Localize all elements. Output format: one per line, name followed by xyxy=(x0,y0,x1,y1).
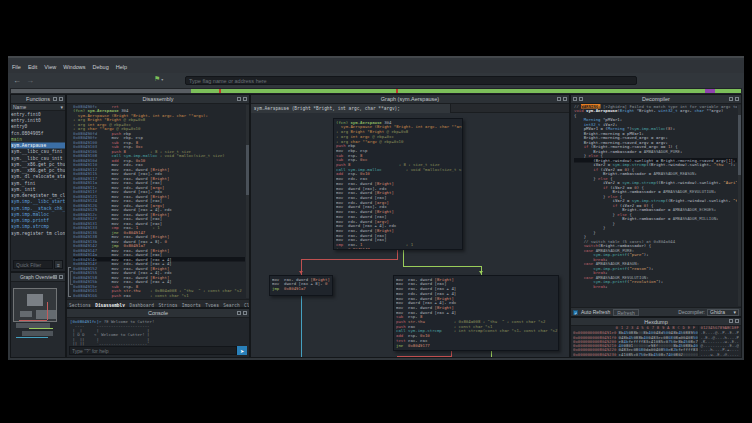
float-icon[interactable] xyxy=(53,275,57,279)
console-panel: Console [0x080491fc]> ?E Welcome to Cutt… xyxy=(66,308,250,358)
tab[interactable]: Dashboard xyxy=(129,302,153,308)
menu-debug[interactable]: Debug xyxy=(93,64,109,70)
tab[interactable]: Strings xyxy=(158,302,177,308)
close-icon[interactable] xyxy=(563,97,567,101)
decompiler-code[interactable]: // WARNING: [r2ghidra] Failed to match t… xyxy=(574,104,737,309)
close-icon[interactable] xyxy=(243,311,247,315)
panel-title-text: Graph (sym.Aerspause) xyxy=(381,96,439,102)
console-output: [0x080491fc]> ?E Welcome to Cutter! .--.… xyxy=(70,319,246,347)
menu-view[interactable]: View xyxy=(44,64,56,70)
function-list-item[interactable]: sym.__libc_csu_fini xyxy=(11,149,65,155)
functions-name-header[interactable]: Name ▾ xyxy=(11,104,65,111)
console-input[interactable] xyxy=(69,346,237,355)
decompiler-scrollbar[interactable] xyxy=(738,105,741,306)
memory-map-section xyxy=(705,89,715,93)
disassembly-panel-title: Disassembly xyxy=(67,95,249,104)
menu-help[interactable]: Help xyxy=(116,64,127,70)
tab-list[interactable]: SectionsDisassemblyDashboardStringsImpor… xyxy=(67,300,249,307)
back-arrow-icon[interactable]: ← xyxy=(13,77,21,85)
graph-canvas[interactable]: (fcn) sym.Aerspause 304 sym.Aerspause (B… xyxy=(251,113,569,357)
cutter-window: File Edit View Windows Debug Help ← → ⚑ … xyxy=(8,56,744,360)
disassembly-scrollbar[interactable] xyxy=(246,105,249,298)
flag-dropdown[interactable]: ⚑ ▾ xyxy=(154,75,163,83)
disassembly-line[interactable]: 0x08049166 push eax ; const char *s1 xyxy=(73,293,245,298)
overview-viewport[interactable] xyxy=(13,288,57,322)
functions-list[interactable]: entry.fini0entry.init0entry0fcn.0804905f… xyxy=(11,111,65,259)
chevron-down-icon: ▾ xyxy=(60,104,63,110)
close-icon[interactable] xyxy=(735,97,739,101)
disassembly-listing[interactable]: 0x080490fc ret(fcn) sym.Aerspause 304 sy… xyxy=(73,104,245,301)
bottom-tab-bar: SectionsDisassemblyDashboardStringsImpor… xyxy=(67,299,249,307)
graph-overview-title: Graph Overview xyxy=(11,273,65,282)
close-icon[interactable] xyxy=(735,319,739,323)
decompiler-line: break; xyxy=(574,284,737,289)
tab[interactable]: Classes xyxy=(244,302,249,308)
panel-title-text: Hexdump xyxy=(644,319,668,325)
float-icon[interactable] xyxy=(573,97,577,101)
graph-node-false[interactable]: mov eax, dword [Bright]mov eax, dword [e… xyxy=(393,275,559,351)
decompiler-select[interactable]: Ghidra ▾ xyxy=(707,309,739,316)
toolbar: ← → ⚑ ▾ xyxy=(8,73,744,88)
graph-node-line: jne 0x8049147 xyxy=(336,247,462,249)
selected-decompiler: Ghidra xyxy=(710,309,725,315)
float-icon[interactable] xyxy=(237,97,241,101)
graph-node-entry[interactable]: (fcn) sym.Aerspause 304 sym.Aerspause (B… xyxy=(333,118,463,250)
close-icon[interactable] xyxy=(59,97,63,101)
graph-overview-panel: Graph Overview xyxy=(10,272,66,358)
forward-arrow-icon[interactable]: → xyxy=(26,77,34,85)
menu-file[interactable]: File xyxy=(12,64,21,70)
function-list-item[interactable]: sym.__x86.get_pc_thunk.bp xyxy=(11,161,65,167)
decompiler-panel: Decompiler // WARNING: [r2ghidra] Failed… xyxy=(570,94,742,317)
panel-title-text: Console xyxy=(148,310,168,316)
decompiler-selector-label: Decompiler: xyxy=(678,309,705,315)
tab[interactable]: Imports xyxy=(182,302,201,308)
memory-map-marker xyxy=(219,89,221,93)
functions-panel: Functions Name ▾ entry.fini0entry.init0e… xyxy=(10,94,66,272)
tab[interactable]: Disassembly xyxy=(95,302,125,308)
dock-icon[interactable] xyxy=(579,97,583,101)
decompiler-controls: ✓ Auto Refresh Refresh Decompiler: Ghidr… xyxy=(571,307,741,316)
console-send-button[interactable]: ➤ xyxy=(237,346,247,355)
menu-bar: File Edit View Windows Debug Help xyxy=(8,60,744,73)
tab-label: sym.Aerspause (Bright *Bright, int argc,… xyxy=(251,104,450,113)
panel-title-text: Disassembly xyxy=(142,96,173,102)
auto-refresh-label: Auto Refresh xyxy=(581,309,610,315)
filter-icon[interactable]: ≡ xyxy=(54,260,63,269)
hexdump-rows[interactable]: 0x00000000080491e08b45088b008b40048d5004… xyxy=(573,331,739,356)
function-list-item[interactable]: sym.imp.__libc_start_main xyxy=(11,199,65,205)
auto-refresh-checkbox[interactable]: ✓ xyxy=(573,310,578,315)
function-list-item[interactable]: sym.register_tm_clones xyxy=(11,230,65,236)
column-label: Name xyxy=(13,104,26,110)
refresh-button[interactable]: Refresh xyxy=(613,309,639,316)
chevron-down-icon: ▾ xyxy=(161,77,163,82)
menu-windows[interactable]: Windows xyxy=(63,64,85,70)
console-panel-title: Console xyxy=(67,309,249,318)
float-icon[interactable] xyxy=(237,311,241,315)
graph-node-true[interactable]: mov eax, dword [Bright]mov dword [eax + … xyxy=(269,275,333,296)
decompiler-line: void sym.Aerspause(Bright *Bright, uint3… xyxy=(574,109,737,114)
scrollbar-handle[interactable] xyxy=(738,115,741,175)
memory-map-mapped xyxy=(191,89,741,93)
close-icon[interactable] xyxy=(59,275,63,279)
float-icon[interactable] xyxy=(729,97,733,101)
chevron-down-icon: ▾ xyxy=(733,309,736,315)
hexdump-panel-title: Hexdump xyxy=(571,318,741,326)
float-icon[interactable] xyxy=(557,97,561,101)
function-list-item[interactable]: sym._dl_relocate_static_pie xyxy=(11,174,65,180)
menu-edit[interactable]: Edit xyxy=(28,64,37,70)
float-icon[interactable] xyxy=(53,97,57,101)
graph-panel: Graph (sym.Aerspause) sym.Aerspause (Bri… xyxy=(250,94,570,358)
tab[interactable]: Types xyxy=(205,302,219,308)
tab[interactable]: Sections xyxy=(69,302,91,308)
seek-input[interactable] xyxy=(185,76,637,85)
flag-icon: ⚑ xyxy=(154,75,160,83)
quick-filter-input[interactable] xyxy=(13,260,53,269)
hexdump-panel: Hexdump 0123456789ABCDEF0123456789ABCDEF… xyxy=(570,317,742,358)
graph-overview-map[interactable] xyxy=(11,282,65,357)
tab[interactable]: Search xyxy=(223,302,239,308)
float-icon[interactable] xyxy=(729,319,733,323)
close-icon[interactable] xyxy=(243,97,247,101)
graph-function-tab[interactable]: sym.Aerspause (Bright *Bright, int argc,… xyxy=(251,104,451,113)
decompiler-panel-title: Decompiler xyxy=(571,95,741,104)
scrollbar-handle[interactable] xyxy=(246,145,249,195)
